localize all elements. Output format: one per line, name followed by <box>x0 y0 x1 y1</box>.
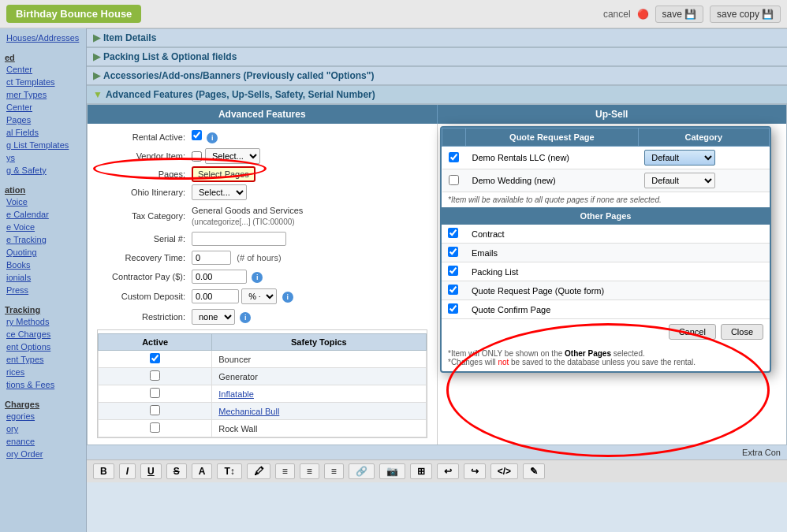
toolbar-link[interactable]: 🔗 <box>349 463 375 479</box>
sidebar-item-enance[interactable]: enance <box>0 435 86 448</box>
sidebar-item-ys[interactable]: ys <box>0 151 86 164</box>
safety-table-row: Rock Wall <box>99 420 427 437</box>
toolbar-image[interactable]: 📷 <box>379 463 405 479</box>
recovery-input[interactable] <box>192 251 231 265</box>
modal-quote-checkbox[interactable] <box>449 175 459 185</box>
toolbar-underline[interactable]: U <box>140 463 162 479</box>
modal-other-checkbox[interactable] <box>448 266 458 276</box>
safety-table-wrap: Active Safety Topics Bouncer Generator I… <box>97 329 427 438</box>
sidebar-item-voice2[interactable]: e Voice <box>0 221 86 233</box>
safety-row-checkbox[interactable] <box>150 370 160 381</box>
toolbar-font-size[interactable]: T↕ <box>217 463 241 479</box>
toolbar-align-left[interactable]: ≡ <box>275 463 295 479</box>
section-advanced[interactable]: ▼ Advanced Features (Pages, Up-Sells, Sa… <box>87 85 787 104</box>
sidebar-item-ce-charges[interactable]: ce Charges <box>0 328 86 340</box>
contractor-pay-input[interactable] <box>192 270 247 284</box>
toolbar-align-right[interactable]: ≡ <box>324 463 344 479</box>
ohio-select[interactable]: Select... <box>192 184 247 200</box>
section-accessories[interactable]: ▶ Accessories/Add-ons/Banners (Previousl… <box>87 66 787 85</box>
modal-close-button[interactable]: Close <box>721 324 763 340</box>
sidebar-item-voice1[interactable]: Voice <box>0 195 86 208</box>
restriction-control: none i <box>192 309 427 325</box>
sidebar-item-ent-types[interactable]: ent Types <box>0 353 86 366</box>
toolbar-edit[interactable]: ✎ <box>523 463 545 479</box>
safety-row-checkbox[interactable] <box>150 388 160 398</box>
restriction-info-icon[interactable]: i <box>240 312 251 323</box>
sidebar-item-ry-methods[interactable]: ry Methods <box>0 315 86 328</box>
save-copy-button[interactable]: save copy 💾 <box>710 6 781 23</box>
toolbar-table[interactable]: ⊞ <box>410 463 432 479</box>
rental-active-info-icon[interactable]: i <box>207 132 218 143</box>
sidebar-item-center2[interactable]: Center <box>0 101 86 113</box>
modal-other-checkbox[interactable] <box>448 285 458 295</box>
sidebar-item-mer-types[interactable]: mer Types <box>0 88 86 101</box>
restriction-row: Restriction: none i <box>97 309 427 325</box>
sidebar-item-al-fields[interactable]: al Fields <box>0 126 86 139</box>
contractor-pay-info-icon[interactable]: i <box>252 272 263 283</box>
serial-input[interactable] <box>192 232 286 246</box>
sidebar-item-center1[interactable]: Center <box>0 63 86 76</box>
save-button[interactable]: save 💾 <box>655 6 703 23</box>
sidebar-item-quoting[interactable]: Quoting <box>0 246 86 259</box>
modal-footer-note-2b: be saved to the database unless you save… <box>509 358 696 366</box>
sidebar-item-rices[interactable]: rices <box>0 366 86 378</box>
toolbar-source[interactable]: </> <box>490 463 518 479</box>
sidebar-item-list-templates[interactable]: g List Templates <box>0 139 86 151</box>
modal-quote-page-name: Demo Wedding (new) <box>466 169 639 192</box>
safety-row-topic: Mechanical Bull <box>212 403 426 420</box>
safety-table-row: Inflatable <box>99 385 427 403</box>
sidebar-item-ent-options[interactable]: ent Options <box>0 340 86 353</box>
vendor-item-checkbox[interactable] <box>192 151 202 162</box>
recovery-row: Recovery Time: (# of hours) <box>97 251 427 265</box>
sidebar-item-pages[interactable]: Pages <box>0 113 86 126</box>
sidebar-item-ionials[interactable]: ionials <box>0 271 86 284</box>
cancel-link[interactable]: cancel <box>603 9 631 20</box>
modal-other-checkbox[interactable] <box>448 303 458 314</box>
sidebar-item-ory[interactable]: ory <box>0 422 86 435</box>
safety-row-topic: Bouncer <box>212 351 426 368</box>
rental-active-checkbox[interactable] <box>192 130 202 140</box>
sidebar-item-ory-order[interactable]: ory Order <box>0 448 86 460</box>
sidebar-item-tracking[interactable]: e Tracking <box>0 233 86 246</box>
safety-row-checkbox[interactable] <box>150 422 160 433</box>
custom-deposit-info-icon[interactable]: i <box>282 292 293 303</box>
toolbar-redo[interactable]: ↪ <box>464 463 486 479</box>
restriction-select[interactable]: none <box>192 309 235 325</box>
toolbar-italic[interactable]: I <box>119 463 136 479</box>
pages-select-button[interactable]: Select Pages <box>192 166 255 182</box>
modal-other-checkbox[interactable] <box>448 247 458 257</box>
sidebar-item-egories[interactable]: egories <box>0 410 86 422</box>
modal-quote-category-select[interactable]: Default <box>644 150 715 166</box>
modal-quote-category-select[interactable]: Default <box>644 173 715 188</box>
vendor-item-select[interactable]: Select... <box>205 148 260 164</box>
sidebar-item-safety[interactable]: g & Safety <box>0 164 86 177</box>
toolbar-strikethrough[interactable]: S <box>166 463 187 479</box>
safety-row-topic: Inflatable <box>212 385 426 403</box>
custom-deposit-input[interactable] <box>192 289 239 303</box>
rental-active-label: Rental Active: <box>97 132 192 142</box>
sidebar-item-press[interactable]: Press <box>0 284 86 296</box>
modal-cancel-button[interactable]: Cancel <box>669 324 716 340</box>
custom-deposit-select[interactable]: % ÷ <box>241 288 277 304</box>
safety-row-checkbox[interactable] <box>150 353 160 363</box>
sidebar-item-tions-fees[interactable]: tions & Fees <box>0 378 86 391</box>
sidebar-item-houses[interactable]: Houses/Addresses <box>0 32 86 44</box>
sidebar-item-calendar[interactable]: e Calendar <box>0 208 86 221</box>
toolbar-highlight[interactable]: 🖍 <box>247 463 270 479</box>
modal-other-page-name: Contract <box>465 225 745 244</box>
modal-footer-note-1a: *Item will ONLY be shown on the <box>448 349 565 358</box>
safety-row-topic: Rock Wall <box>212 420 426 437</box>
section-item-details[interactable]: ▶ Item Details <box>87 28 787 47</box>
modal-quote-checkbox[interactable] <box>449 152 459 162</box>
modal-quote-tbody: Demo Rentals LLC (new) Default Demo Wedd… <box>442 147 770 192</box>
toolbar-undo[interactable]: ↩ <box>437 463 459 479</box>
sidebar-item-ct-templates[interactable]: ct Templates <box>0 76 86 88</box>
safety-row-checkbox[interactable] <box>150 405 160 415</box>
modal-other-page-name: Emails <box>465 244 745 262</box>
modal-other-checkbox[interactable] <box>448 228 458 238</box>
sidebar-item-books[interactable]: Books <box>0 259 86 271</box>
toolbar-font-color[interactable]: A <box>192 463 213 479</box>
toolbar-align-center[interactable]: ≡ <box>300 463 319 479</box>
section-packing-list[interactable]: ▶ Packing List & Optional fields <box>87 47 787 66</box>
toolbar-bold[interactable]: B <box>93 463 114 479</box>
